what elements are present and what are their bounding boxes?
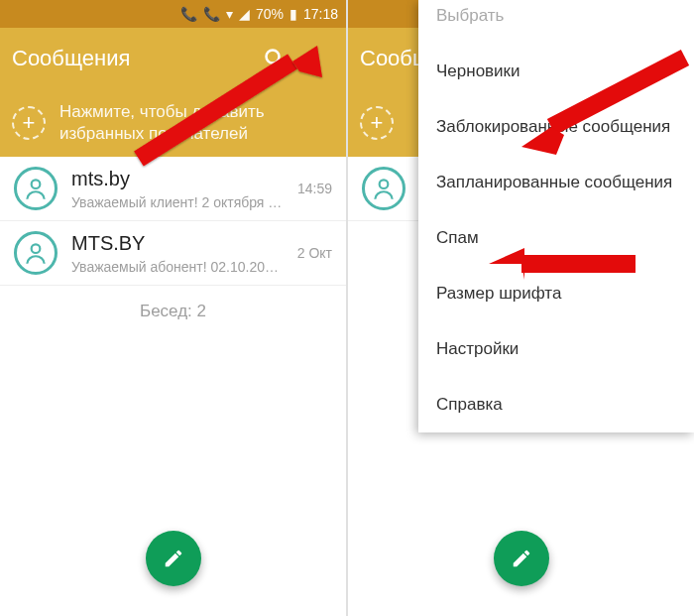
menu-item-help[interactable]: Справка: [418, 377, 694, 432]
message-row[interactable]: mts.by Уважаемый клиент! 2 октября в В..…: [0, 157, 346, 221]
svg-point-3: [312, 57, 316, 61]
battery-text: 70%: [256, 6, 284, 22]
message-preview: Уважаемый абонент! 02.10.2017...: [71, 259, 284, 275]
signal-icon: ◢: [239, 6, 250, 22]
menu-item-scheduled[interactable]: Запланированные сообщения: [418, 155, 694, 210]
svg-point-4: [312, 63, 316, 67]
message-row[interactable]: MTS.BY Уважаемый абонент! 02.10.2017... …: [0, 221, 346, 286]
avatar: [14, 167, 58, 210]
overflow-menu: Выбрать Черновики Заблокированные сообще…: [418, 0, 694, 432]
message-list: mts.by Уважаемый клиент! 2 октября в В..…: [0, 157, 346, 286]
menu-item-fontsize[interactable]: Размер шрифта: [418, 266, 694, 321]
compose-fab[interactable]: [146, 531, 201, 586]
wifi-icon: ▾: [226, 6, 233, 22]
conversation-count: Бесед: 2: [0, 286, 346, 337]
favorites-strip[interactable]: + Нажмите, чтобы добавитьизбранных получ…: [0, 89, 346, 157]
menu-item-settings[interactable]: Настройки: [418, 321, 694, 377]
compose-icon: [511, 548, 532, 569]
overflow-button[interactable]: [294, 39, 334, 78]
compose-fab[interactable]: [494, 531, 549, 586]
message-sender: mts.by: [71, 168, 284, 190]
search-icon: [263, 47, 287, 70]
favorites-hint: Нажмите, чтобы добавитьизбранных получат…: [59, 101, 265, 145]
svg-point-2: [312, 50, 316, 54]
phone-icon: 📞: [203, 6, 220, 22]
status-time: 17:18: [303, 6, 338, 22]
svg-point-6: [32, 244, 41, 253]
avatar: [14, 231, 58, 275]
app-title: Сообщения: [12, 46, 255, 71]
person-icon: [23, 240, 49, 266]
person-icon: [371, 176, 397, 201]
svg-point-8: [380, 180, 389, 188]
message-sender: MTS.BY: [71, 232, 284, 255]
battery-icon: ▮: [289, 6, 297, 22]
search-button[interactable]: [255, 39, 294, 78]
menu-item-spam[interactable]: Спам: [418, 210, 694, 266]
menu-item-select[interactable]: Выбрать: [418, 0, 694, 44]
message-time: 2 Окт: [297, 245, 332, 261]
person-icon: [23, 176, 49, 201]
add-favorite-icon: +: [360, 106, 394, 140]
screen-overflow-open: 📞 📞 ▾ ◢ 70% ▮ 17:18 Сообщ + Выбрать Черн…: [346, 0, 694, 616]
svg-point-5: [32, 180, 41, 188]
message-time: 14:59: [297, 181, 332, 196]
screen-messages-list: 📞 📞 ▾ ◢ 70% ▮ 17:18 Сообщения + Нажмите,…: [0, 0, 346, 616]
phone-icon: 📞: [180, 6, 197, 22]
menu-item-blocked[interactable]: Заблокированные сообщения: [418, 99, 694, 155]
compose-icon: [163, 548, 184, 569]
status-bar: 📞 📞 ▾ ◢ 70% ▮ 17:18: [0, 0, 346, 28]
more-vert-icon: [302, 47, 326, 70]
avatar: [362, 167, 405, 210]
appbar: Сообщения: [0, 28, 346, 89]
add-favorite-icon: +: [12, 106, 46, 140]
svg-point-0: [267, 51, 280, 63]
svg-line-1: [278, 62, 284, 67]
message-preview: Уважаемый клиент! 2 октября в В...: [71, 194, 284, 210]
menu-item-drafts[interactable]: Черновики: [418, 44, 694, 99]
